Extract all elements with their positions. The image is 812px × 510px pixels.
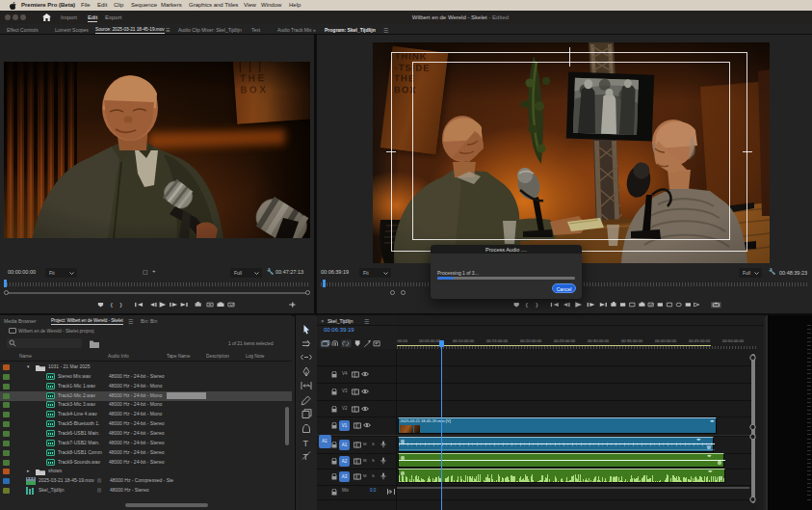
svg-text:{: { [525,302,529,308]
svg-text:}: } [536,302,539,308]
svg-text:{: { [111,302,115,308]
svg-text:T: T [303,439,309,448]
svg-text:}: } [119,302,123,308]
